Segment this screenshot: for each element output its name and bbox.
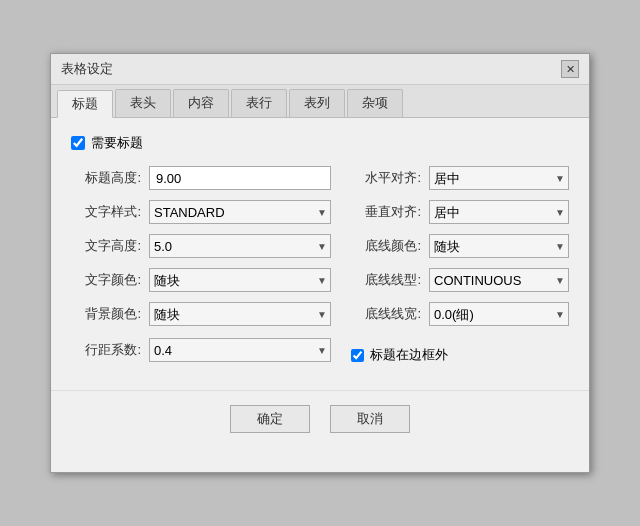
tab-column[interactable]: 表列 — [289, 89, 345, 117]
footer: 确定 取消 — [51, 390, 589, 449]
title-height-row: 标题高度: — [71, 166, 331, 190]
tab-content[interactable]: 内容 — [173, 89, 229, 117]
border-type-row: 底线线型: CONTINUOUS ▼ — [351, 268, 569, 292]
text-height-label: 文字高度: — [71, 237, 141, 255]
border-color-row: 底线颜色: 随块 ▼ — [351, 234, 569, 258]
line-spacing-row: 行距系数: 0.4 ▼ — [71, 336, 331, 364]
border-width-row: 底线线宽: 0.0(细) ▼ — [351, 302, 569, 326]
text-style-row: 文字样式: STANDARD ▼ — [71, 200, 331, 224]
outside-title-label: 标题在边框外 — [370, 346, 448, 364]
text-style-select[interactable]: STANDARD — [149, 200, 331, 224]
bg-color-row: 背景颜色: 随块 ▼ — [71, 302, 331, 326]
line-spacing-select[interactable]: 0.4 — [149, 338, 331, 362]
outside-title-row: 标题在边框外 — [351, 346, 569, 364]
need-title-checkbox[interactable] — [71, 136, 85, 150]
h-align-label: 水平对齐: — [351, 169, 421, 187]
v-align-label: 垂直对齐: — [351, 203, 421, 221]
ok-button[interactable]: 确定 — [230, 405, 310, 433]
border-color-label: 底线颜色: — [351, 237, 421, 255]
cancel-button[interactable]: 取消 — [330, 405, 410, 433]
dialog: 表格设定 ✕ 标题 表头 内容 表行 表列 杂项 需要标题 标题高度: 水平对齐… — [50, 53, 590, 473]
title-height-input[interactable] — [149, 166, 331, 190]
text-color-row: 文字颜色: 随块 ▼ — [71, 268, 331, 292]
border-width-label: 底线线宽: — [351, 305, 421, 323]
v-align-select[interactable]: 居中 顶对齐 底对齐 — [429, 200, 569, 224]
h-align-row: 水平对齐: 居中 左对齐 右对齐 ▼ — [351, 166, 569, 190]
border-type-select[interactable]: CONTINUOUS — [429, 268, 569, 292]
text-color-select[interactable]: 随块 — [149, 268, 331, 292]
dialog-title: 表格设定 — [61, 60, 113, 78]
bg-color-select[interactable]: 随块 — [149, 302, 331, 326]
form-grid: 标题高度: 水平对齐: 居中 左对齐 右对齐 ▼ 文字样式: — [71, 166, 569, 364]
v-align-row: 垂直对齐: 居中 顶对齐 底对齐 ▼ — [351, 200, 569, 224]
tab-misc[interactable]: 杂项 — [347, 89, 403, 117]
border-width-select[interactable]: 0.0(细) — [429, 302, 569, 326]
title-height-label: 标题高度: — [71, 169, 141, 187]
border-type-label: 底线线型: — [351, 271, 421, 289]
text-height-row: 文字高度: 5.0 ▼ — [71, 234, 331, 258]
tab-title[interactable]: 标题 — [57, 90, 113, 118]
outside-title-checkbox[interactable] — [351, 349, 364, 362]
text-color-label: 文字颜色: — [71, 271, 141, 289]
tab-header[interactable]: 表头 — [115, 89, 171, 117]
form-content: 需要标题 标题高度: 水平对齐: 居中 左对齐 右对齐 ▼ — [51, 118, 589, 380]
bg-color-label: 背景颜色: — [71, 305, 141, 323]
text-style-label: 文字样式: — [71, 203, 141, 221]
tab-row[interactable]: 表行 — [231, 89, 287, 117]
close-button[interactable]: ✕ — [561, 60, 579, 78]
need-title-row: 需要标题 — [71, 134, 569, 152]
text-height-select[interactable]: 5.0 — [149, 234, 331, 258]
need-title-label: 需要标题 — [91, 134, 143, 152]
h-align-select[interactable]: 居中 左对齐 右对齐 — [429, 166, 569, 190]
title-bar: 表格设定 ✕ — [51, 54, 589, 85]
border-color-select[interactable]: 随块 — [429, 234, 569, 258]
line-spacing-label: 行距系数: — [71, 341, 141, 359]
tab-bar: 标题 表头 内容 表行 表列 杂项 — [51, 85, 589, 118]
